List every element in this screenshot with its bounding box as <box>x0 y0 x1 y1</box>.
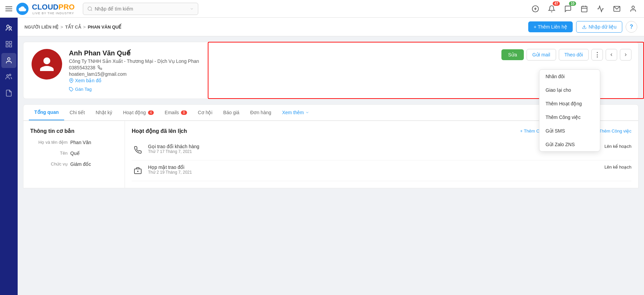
svg-line-1 <box>91 10 92 11</box>
logo-icon <box>16 3 29 15</box>
svg-point-19 <box>9 74 11 76</box>
dropdown-item-send-sms[interactable]: Gửi SMS <box>539 124 600 138</box>
tab-more[interactable]: Xem thêm <box>277 105 315 120</box>
chat-badge: 10 <box>569 1 576 6</box>
call-icon <box>132 144 144 156</box>
sidebar <box>0 18 18 295</box>
svg-point-12 <box>10 27 12 29</box>
activity-name-call: Gọi trao đổi khách hàng <box>148 144 600 149</box>
field-value-position: Giám đốc <box>70 161 91 167</box>
field-value-lastname: Quế <box>70 151 80 156</box>
prev-button[interactable] <box>606 49 617 60</box>
meeting-icon <box>132 164 144 177</box>
dropdown-item-add-activity[interactable]: Thêm Hoạt động <box>539 97 600 110</box>
sidebar-item-contacts[interactable] <box>1 20 16 35</box>
calendar-button[interactable] <box>579 3 590 14</box>
follow-button[interactable]: Theo dõi <box>559 49 589 60</box>
field-row-position: Chức vụ Giám đốc <box>30 161 118 167</box>
svg-rect-15 <box>6 45 8 47</box>
logo: CLOUDPRO LIVE BY THE INDUSTRY <box>16 3 75 15</box>
svg-rect-5 <box>582 6 587 12</box>
dropdown-item-add-task[interactable]: Thêm Công việc <box>539 110 600 124</box>
breadcrumb-sep2: > <box>83 24 86 30</box>
add-button[interactable] <box>530 3 541 14</box>
activity-status-call: Lên kế hoạch <box>604 144 631 149</box>
logo-area: CLOUDPRO LIVE BY THE INDUSTRY <box>16 3 75 15</box>
field-row-firstname: Họ và tên đệm Phan Văn <box>30 140 118 145</box>
activity-status-meeting: Lên kế hoạch <box>604 164 631 170</box>
sub-header-actions: + Thêm Liên hệ Nhập dữ liệu ? <box>528 21 637 33</box>
add-contact-button[interactable]: + Thêm Liên hệ <box>528 21 573 32</box>
add-task-button[interactable]: + Thêm Công việc <box>595 128 631 134</box>
notification-badge: 47 <box>553 1 560 6</box>
user-profile-button[interactable] <box>628 3 639 14</box>
tab-overview[interactable]: Tổng quan <box>29 105 64 120</box>
sidebar-item-people[interactable] <box>1 69 16 84</box>
main-layout: NGƯỜI LIÊN HỆ > Tất cả > Phan Văn Quế + … <box>0 18 644 295</box>
next-button[interactable] <box>620 49 631 60</box>
tab-log[interactable]: Nhật ký <box>90 105 118 120</box>
logo-subtitle: LIVE BY THE INDUSTRY <box>32 12 75 15</box>
left-panel: Thông tin cơ bản Họ và tên đệm Phan Văn … <box>23 121 125 188</box>
search-input[interactable] <box>95 6 190 12</box>
tab-quote[interactable]: Báo giá <box>218 105 245 120</box>
breadcrumb-root[interactable]: NGƯỜI LIÊN HỆ <box>24 24 58 30</box>
import-button[interactable]: Nhập dữ liệu <box>576 21 622 33</box>
emails-badge: 8 <box>181 110 187 115</box>
svg-point-0 <box>88 7 92 11</box>
breadcrumb-level2[interactable]: Tất cả <box>65 24 81 30</box>
top-header: CLOUDPRO LIVE BY THE INDUSTRY 47 10 <box>0 0 644 18</box>
sidebar-item-person[interactable] <box>1 53 16 68</box>
chat-button[interactable]: 10 <box>563 3 573 14</box>
tab-activity[interactable]: Hoạt động 4 <box>117 105 159 120</box>
field-label-position: Chức vụ <box>30 161 68 167</box>
field-row-lastname: Tên Quế <box>30 151 118 156</box>
tab-details[interactable]: Chi tiết <box>64 105 90 120</box>
tab-order[interactable]: Đơn hàng <box>245 105 277 120</box>
logo-text: CLOUDPRO <box>32 3 75 12</box>
svg-rect-16 <box>10 45 12 47</box>
more-options-button[interactable]: ⋮ <box>591 49 603 60</box>
avatar <box>32 49 62 80</box>
dropdown-item-send-zalo[interactable]: Gửi Zalo ZNS <box>539 138 600 151</box>
main-content: NGƯỜI LIÊN HỆ > Tất cả > Phan Văn Quế + … <box>18 18 644 295</box>
header-actions: 47 10 <box>530 3 639 14</box>
svg-point-10 <box>632 6 634 8</box>
activity-info-meeting: Họp mặt trao đổi Thứ 2 19 Tháng 7, 2021 <box>148 164 600 175</box>
activity-info-call: Gọi trao đổi khách hàng Thứ 7 17 Tháng 7… <box>148 144 600 154</box>
svg-point-17 <box>7 58 10 60</box>
svg-point-21 <box>71 80 72 81</box>
help-button[interactable]: ? <box>626 21 637 33</box>
search-bar[interactable] <box>83 3 198 15</box>
tab-emails[interactable]: Emails 8 <box>159 105 192 120</box>
dropdown-item-duplicate[interactable]: Nhân đôi <box>539 70 600 83</box>
sidebar-item-docs[interactable] <box>1 86 16 101</box>
activity-date-meeting: Thứ 2 19 Tháng 7, 2021 <box>148 170 600 175</box>
field-value-firstname: Phan Văn <box>70 140 91 145</box>
breadcrumb-sep1: > <box>60 24 63 30</box>
field-label-firstname: Họ và tên đệm <box>30 140 68 145</box>
svg-point-11 <box>7 25 9 28</box>
activity-badge: 4 <box>148 110 154 115</box>
profile-section: Anh Phan Văn Quế Công Ty TNHH Sản Xuất -… <box>23 42 639 99</box>
hamburger-button[interactable] <box>5 6 12 11</box>
activity-item-meeting: Họp mặt trao đổi Thứ 2 19 Tháng 7, 2021 … <box>132 160 631 181</box>
dropdown-menu: Nhân đôi Giao lại cho Thêm Hoạt động Thê… <box>539 69 600 152</box>
edit-button[interactable]: Sửa <box>501 49 524 60</box>
basic-info-title: Thông tin cơ bản <box>30 128 118 134</box>
breadcrumb-current: Phan Văn Quế <box>88 24 121 30</box>
tab-opportunity[interactable]: Cơ hội <box>192 105 218 120</box>
sidebar-item-grid[interactable] <box>1 37 16 52</box>
svg-point-18 <box>7 75 8 77</box>
svg-rect-14 <box>10 41 12 44</box>
breadcrumb: NGƯỜI LIÊN HỆ > Tất cả > Phan Văn Quế <box>24 24 121 30</box>
action-row: Sửa Gửi mail Theo dõi ⋮ Nhân đôi Giao lạ… <box>501 49 631 60</box>
sub-header: NGƯỜI LIÊN HỆ > Tất cả > Phan Văn Quế + … <box>18 18 644 36</box>
mail-button[interactable] <box>611 3 622 14</box>
send-mail-button[interactable]: Gửi mail <box>527 49 556 60</box>
activity-date-call: Thứ 7 17 Tháng 7, 2021 <box>148 149 600 154</box>
notification-button[interactable]: 47 <box>546 3 557 14</box>
dropdown-item-reassign[interactable]: Giao lại cho <box>539 83 600 97</box>
chart-button[interactable] <box>595 3 606 14</box>
field-label-lastname: Tên <box>30 151 68 156</box>
